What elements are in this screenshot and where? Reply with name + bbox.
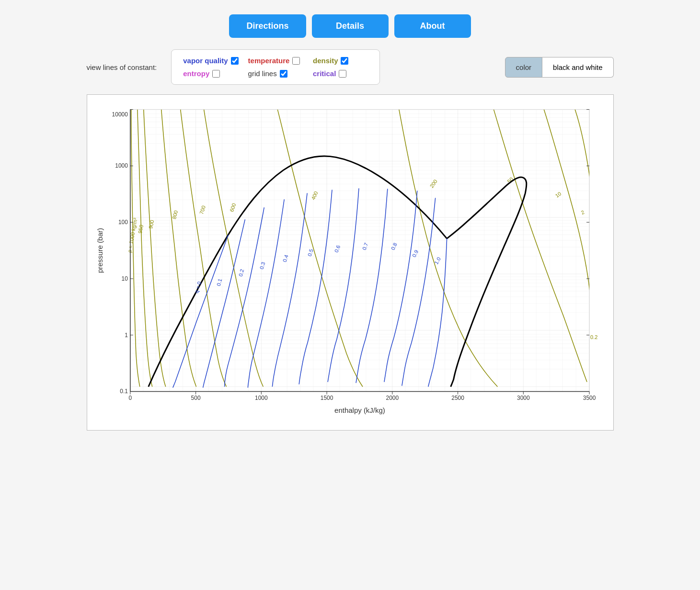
details-button[interactable]: Details [312, 14, 389, 38]
x-tick-1000: 1000 [255, 395, 268, 401]
y-tick-1: 1 [125, 332, 128, 339]
vapor-quality-checkbox-item[interactable]: vapor quality [183, 57, 238, 65]
bw-mode-button[interactable]: black and white [542, 57, 613, 78]
critical-label: critical [313, 69, 336, 78]
critical-checkbox-item[interactable]: critical [313, 69, 368, 78]
grid-lines-checkbox-item[interactable]: grid lines [248, 69, 303, 78]
density-checkbox-item[interactable]: density [313, 57, 368, 65]
y-axis: 0.1 1 10 100 1000 10000 [112, 111, 128, 395]
density-label-02: 0.2 [590, 334, 597, 340]
x-axis-ticks [130, 392, 589, 395]
x-axis-label: enthalpy (kJ/kg) [334, 406, 385, 414]
about-button[interactable]: About [394, 14, 471, 38]
x-tick-2000: 2000 [386, 395, 399, 401]
y-tick-100: 100 [118, 219, 127, 226]
vapor-quality-label: vapor quality [183, 57, 228, 65]
temperature-checkbox-item[interactable]: temperature [248, 57, 303, 65]
y-axis-label: pressure (bar) [95, 228, 103, 273]
grid-lines-checkbox[interactable] [280, 70, 287, 78]
mollier-chart: ρ = 1000 kg/m³ 950 900 800 700 600 400 2… [92, 100, 608, 425]
vapor-quality-checkbox[interactable] [231, 57, 239, 65]
y-tick-10: 10 [121, 275, 128, 282]
x-tick-3500: 3500 [583, 395, 596, 401]
x-tick-0: 0 [128, 395, 132, 401]
entropy-checkbox[interactable] [212, 70, 220, 78]
density-checkbox[interactable] [341, 57, 348, 65]
view-label: view lines of constant: [87, 63, 157, 71]
top-nav-buttons: Directions Details About [229, 14, 470, 38]
x-tick-3000: 3000 [517, 395, 530, 401]
y-tick-10000: 10000 [112, 111, 128, 118]
critical-checkbox[interactable] [339, 70, 346, 78]
x-tick-2500: 2500 [451, 395, 464, 401]
temperature-checkbox[interactable] [292, 57, 300, 65]
x-axis: 0 500 1000 1500 2000 2500 3000 3500 [128, 395, 596, 401]
x-tick-1500: 1500 [320, 395, 333, 401]
color-mode-button[interactable]: color [505, 57, 543, 78]
svg-rect-1 [130, 110, 589, 392]
controls-row: view lines of constant: vapor quality te… [87, 49, 614, 85]
grid-lines-label: grid lines [248, 69, 277, 78]
x-tick-500: 500 [191, 395, 200, 401]
chart-container: ρ = 1000 kg/m³ 950 900 800 700 600 400 2… [87, 94, 614, 431]
temperature-label: temperature [248, 57, 290, 65]
entropy-checkbox-item[interactable]: entropy [183, 69, 238, 78]
directions-button[interactable]: Directions [229, 14, 306, 38]
checkbox-panel: vapor quality temperature density entrop… [171, 49, 380, 85]
view-mode-buttons: color black and white [505, 57, 614, 78]
y-tick-01: 0.1 [120, 388, 128, 395]
density-label: density [313, 57, 338, 65]
entropy-label: entropy [183, 69, 209, 78]
y-tick-1000: 1000 [115, 162, 128, 169]
